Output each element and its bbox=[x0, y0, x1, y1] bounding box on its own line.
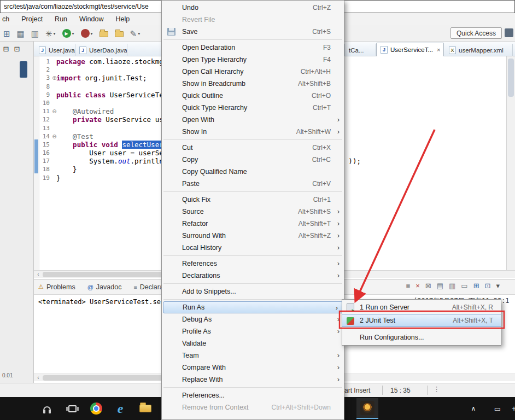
submenu-item-2-junit-test[interactable]: 2 JUnit TestAlt+Shift+X, T bbox=[342, 314, 501, 327]
menu-run[interactable]: Run bbox=[55, 15, 67, 23]
audio-device-icon[interactable] bbox=[36, 398, 58, 419]
submenu-item-1-run-on-server[interactable]: 1 Run on ServerAlt+Shift+X, R bbox=[342, 301, 501, 314]
editor-tab-user-java[interactable]: JUser.java bbox=[35, 44, 75, 56]
run-icon[interactable]: ▶▾ bbox=[61, 27, 75, 40]
editor-vertical-scrollbar[interactable] bbox=[506, 56, 515, 270]
annotate-icon[interactable]: ✎▾ bbox=[129, 27, 142, 40]
menu-item-remove-from-context[interactable]: Remove from ContextCtrl+Alt+Shift+Down bbox=[162, 401, 344, 413]
menu-item-open-call-hierarchy[interactable]: Open Call HierarchyCtrl+Alt+H bbox=[162, 66, 344, 78]
tray-chevron-icon[interactable] bbox=[463, 398, 484, 419]
glyph: ✎ bbox=[130, 30, 137, 38]
menu-item-shortcut: Ctrl+Alt+H bbox=[301, 68, 331, 75]
menu-item-team[interactable]: Team› bbox=[162, 349, 344, 361]
menu-item-local-history[interactable]: Local History› bbox=[162, 242, 344, 254]
terminate-icon[interactable]: ■ bbox=[406, 282, 410, 289]
menu-item-label: Open Declaration bbox=[182, 44, 235, 51]
open-folder-icon[interactable] bbox=[98, 27, 109, 40]
scrollbar-thumb[interactable] bbox=[508, 59, 514, 97]
menu-separator bbox=[163, 139, 342, 140]
menu-item-paste[interactable]: PasteCtrl+V bbox=[162, 178, 344, 190]
menu-item-declarations[interactable]: Declarations› bbox=[162, 270, 344, 282]
menu-item-open-declaration[interactable]: Open DeclarationF3 bbox=[162, 42, 344, 54]
scroll-left-icon[interactable] bbox=[35, 374, 42, 381]
external-tools-icon[interactable]: ✳▾ bbox=[44, 27, 57, 40]
scroll-lock-icon[interactable]: ▤ bbox=[437, 282, 443, 289]
menu-item-save[interactable]: SaveCtrl+S bbox=[162, 26, 344, 38]
menu-item-add-to-snippets[interactable]: Add to Snippets... bbox=[162, 285, 344, 298]
menu-item-shortcut: Alt+Shift+T bbox=[299, 220, 331, 228]
new-wizard-icon[interactable]: ⊞ bbox=[2, 27, 11, 40]
editor-tab-tca[interactable]: tCa... bbox=[344, 44, 376, 56]
menu-item-quick-outline[interactable]: Quick OutlineCtrl+O bbox=[162, 90, 344, 102]
menu-item-profile-as[interactable]: Profile As› bbox=[162, 325, 344, 337]
menu-item-open-type-hierarchy[interactable]: Open Type HierarchyF4 bbox=[162, 54, 344, 66]
glyph: ⊞ bbox=[3, 30, 10, 38]
menu-help[interactable]: Help bbox=[116, 15, 130, 23]
menu-item-shortcut: Alt+Shift+B bbox=[298, 80, 331, 88]
menu-item-revert-file[interactable]: Revert File bbox=[162, 14, 344, 26]
menu-item-copy-qualified-name[interactable]: Copy Qualified Name bbox=[162, 166, 344, 178]
menu-project[interactable]: Project bbox=[21, 15, 43, 23]
menu-item-label: Copy Qualified Name bbox=[182, 168, 247, 176]
menu-item-validate[interactable]: Validate bbox=[162, 337, 344, 349]
line-number: 14 bbox=[39, 132, 51, 141]
menu-item-show-in-breadcrumb[interactable]: Show in BreadcrumbAlt+Shift+B bbox=[162, 78, 344, 90]
menu-item-refactor[interactable]: RefactorAlt+Shift+T› bbox=[162, 218, 344, 230]
menu-item-quick-type-hierarchy[interactable]: Quick Type HierarchyCtrl+T bbox=[162, 102, 344, 114]
tab-close-icon[interactable]: × bbox=[437, 46, 440, 53]
chrome-icon[interactable] bbox=[85, 398, 107, 419]
submenu-arrow-icon: › bbox=[337, 259, 340, 267]
dropdown-arrow-icon: ▾ bbox=[138, 31, 140, 36]
menu-item-run-as[interactable]: Run As› bbox=[163, 301, 343, 313]
console-menu-icon[interactable]: ▾ bbox=[496, 282, 500, 289]
restore-view-icon[interactable] bbox=[12, 45, 22, 54]
display-console-icon[interactable]: ⊡ bbox=[485, 282, 491, 289]
scroll-left-icon[interactable] bbox=[35, 271, 42, 278]
console-tab-javadoc[interactable]: @Javadoc bbox=[87, 283, 122, 291]
menu-item-references[interactable]: References› bbox=[162, 258, 344, 270]
remove-all-launches-icon[interactable]: ⊠ bbox=[425, 282, 431, 289]
menu-ch[interactable]: ch bbox=[2, 15, 9, 23]
coverage-icon[interactable]: ▾ bbox=[80, 27, 94, 40]
menu-item-undo[interactable]: UndoCtrl+Z bbox=[162, 2, 344, 14]
editor-tab-usermapper-xml[interactable]: XuserMapper.xml bbox=[445, 44, 513, 56]
import-folder-icon[interactable] bbox=[114, 27, 125, 40]
menu-item-replace-with[interactable]: Replace With› bbox=[162, 374, 344, 386]
line-number: 10 bbox=[39, 99, 51, 107]
views-icon[interactable]: ▥ bbox=[30, 27, 40, 40]
clear-console-icon[interactable]: ▭ bbox=[461, 282, 467, 289]
menu-item-preferences[interactable]: Preferences... bbox=[162, 389, 344, 401]
menu-window[interactable]: Window bbox=[79, 15, 103, 23]
menu-item-quick-fix[interactable]: Quick FixCtrl+1 bbox=[162, 194, 344, 206]
minimize-view-icon[interactable] bbox=[1, 45, 11, 54]
status-separator bbox=[382, 386, 383, 395]
editor-tab-userservicet[interactable]: JUserServiceT...× bbox=[376, 43, 444, 56]
word-wrap-icon[interactable]: ▥ bbox=[449, 282, 455, 289]
quick-access-button[interactable]: Quick Access bbox=[450, 27, 502, 39]
menu-item-surround-with[interactable]: Surround WithAlt+Shift+Z› bbox=[162, 230, 344, 242]
pin-console-icon[interactable]: ⊞ bbox=[473, 282, 479, 289]
console-tab-problems[interactable]: ⚠Problems bbox=[38, 283, 75, 291]
submenu-item-run-configurations[interactable]: Run Configurations... bbox=[342, 331, 501, 344]
cursor-position-label: 15 : 35 bbox=[390, 387, 411, 394]
menu-separator bbox=[163, 387, 342, 388]
menu-item-show-in[interactable]: Show InAlt+Shift+W› bbox=[162, 126, 344, 138]
menu-item-source[interactable]: SourceAlt+Shift+S› bbox=[162, 206, 344, 218]
folder-icon[interactable] bbox=[134, 398, 156, 419]
menu-item-open-with[interactable]: Open With› bbox=[162, 114, 344, 126]
ie-icon[interactable] bbox=[109, 398, 131, 419]
eclipse-app-icon[interactable] bbox=[356, 398, 378, 419]
status-overflow-icon[interactable] bbox=[433, 385, 440, 393]
tray-plus-icon[interactable] bbox=[503, 398, 515, 419]
menu-item-debug-as[interactable]: Debug As› bbox=[162, 313, 344, 325]
task-view-icon[interactable] bbox=[61, 398, 83, 419]
menu-item-compare-with[interactable]: Compare With› bbox=[162, 361, 344, 374]
save-all-icon[interactable]: ▦ bbox=[16, 27, 26, 40]
remove-launch-icon[interactable]: × bbox=[415, 282, 420, 289]
editor-tab-userdao-java[interactable]: JUserDao.java bbox=[75, 44, 127, 56]
server-icon bbox=[347, 304, 354, 311]
minimized-view-indicator[interactable] bbox=[20, 61, 27, 78]
menu-item-cut[interactable]: CutCtrl+X bbox=[162, 142, 344, 154]
menu-item-copy[interactable]: CopyCtrl+C bbox=[162, 154, 344, 166]
perspective-icon[interactable] bbox=[505, 28, 513, 37]
